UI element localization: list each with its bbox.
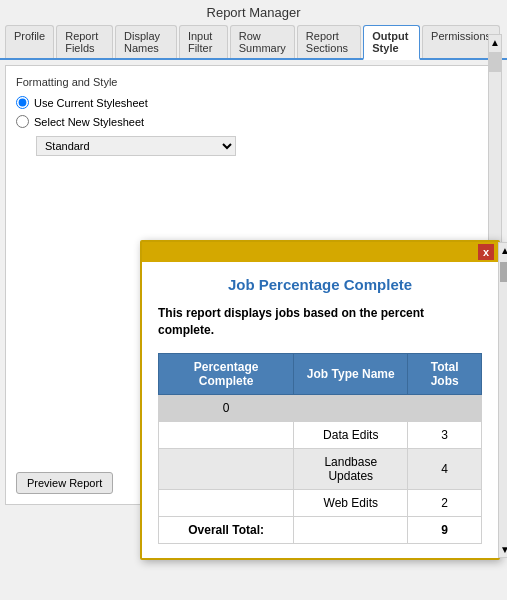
- radio-select-new-label: Select New Stylesheet: [34, 116, 144, 128]
- tab-bar: Profile Report Fields Display Names Inpu…: [0, 25, 507, 60]
- tab-display-names[interactable]: Display Names: [115, 25, 177, 58]
- cell-footer-mid: [294, 516, 408, 543]
- report-table: Percentage Complete Job Type Name Total …: [158, 353, 482, 544]
- title-bar: Report Manager: [0, 0, 507, 25]
- cell-percent-2: [159, 448, 294, 489]
- section-title: Formatting and Style: [16, 76, 491, 88]
- scrollbar-thumb[interactable]: [489, 52, 501, 72]
- cell-total-2: 4: [408, 448, 482, 489]
- tab-row-summary[interactable]: Row Summary: [230, 25, 295, 58]
- popup-description: This report displays jobs based on the p…: [158, 305, 482, 339]
- preview-report-button[interactable]: Preview Report: [16, 472, 113, 494]
- col-header-job-type: Job Type Name: [294, 353, 408, 394]
- cell-percent-3: [159, 489, 294, 516]
- cell-footer-total: 9: [408, 516, 482, 543]
- radio-select-new-input[interactable]: [16, 115, 29, 128]
- popup-title: Job Percentage Complete: [158, 276, 482, 293]
- radio-select-new[interactable]: Select New Stylesheet: [16, 115, 491, 128]
- radio-use-current-label: Use Current Stylesheet: [34, 97, 148, 109]
- table-row: 0: [159, 394, 482, 421]
- tab-report-sections[interactable]: Report Sections: [297, 25, 361, 58]
- cell-total-1: 3: [408, 421, 482, 448]
- tab-input-filter[interactable]: Input Filter: [179, 25, 228, 58]
- popup-close-button[interactable]: x: [478, 244, 494, 260]
- popup-dialog: x Job Percentage Complete This report di…: [140, 240, 500, 560]
- cell-percent-0: 0: [159, 394, 294, 421]
- cell-jobtype-2: Landbase Updates: [294, 448, 408, 489]
- cell-total-0: [408, 394, 482, 421]
- col-header-total: Total Jobs: [408, 353, 482, 394]
- popup-body: Job Percentage Complete This report disp…: [142, 262, 498, 558]
- col-header-percentage: Percentage Complete: [159, 353, 294, 394]
- table-row: Landbase Updates 4: [159, 448, 482, 489]
- popup-scrollbar[interactable]: ▲ ▼: [498, 242, 507, 558]
- tab-profile[interactable]: Profile: [5, 25, 54, 58]
- popup-scroll-thumb[interactable]: [500, 262, 507, 282]
- table-footer-row: Overall Total: 9: [159, 516, 482, 543]
- popup-scroll-up-icon[interactable]: ▲: [498, 243, 507, 258]
- scroll-up-icon[interactable]: ▲: [488, 35, 502, 50]
- radio-group: Use Current Stylesheet Select New Styles…: [16, 96, 491, 128]
- cell-jobtype-3: Web Edits: [294, 489, 408, 516]
- popup-scroll-down-icon[interactable]: ▼: [498, 542, 507, 557]
- radio-use-current-input[interactable]: [16, 96, 29, 109]
- stylesheet-select[interactable]: Standard: [36, 136, 236, 156]
- cell-jobtype-0: [294, 394, 408, 421]
- tab-output-style[interactable]: Output Style: [363, 25, 420, 60]
- tab-report-fields[interactable]: Report Fields: [56, 25, 113, 58]
- cell-overall-label: Overall Total:: [159, 516, 294, 543]
- cell-jobtype-1: Data Edits: [294, 421, 408, 448]
- popup-header: x: [142, 242, 498, 262]
- app-title: Report Manager: [207, 5, 301, 20]
- radio-use-current[interactable]: Use Current Stylesheet: [16, 96, 491, 109]
- cell-percent-1: [159, 421, 294, 448]
- table-row: Web Edits 2: [159, 489, 482, 516]
- cell-total-3: 2: [408, 489, 482, 516]
- table-header-row: Percentage Complete Job Type Name Total …: [159, 353, 482, 394]
- table-row: Data Edits 3: [159, 421, 482, 448]
